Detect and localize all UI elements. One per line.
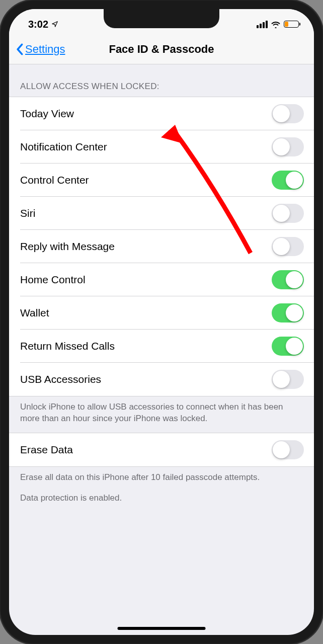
device-notch xyxy=(104,9,219,28)
settings-content[interactable]: ALLOW ACCESS WHEN LOCKED: Today View Not… xyxy=(9,64,314,635)
toggle-control-center[interactable] xyxy=(272,171,304,190)
allow-access-list: Today View Notification Center Control C… xyxy=(9,97,314,396)
row-home-control: Home Control xyxy=(9,263,314,296)
section-header-allow-access: ALLOW ACCESS WHEN LOCKED: xyxy=(9,64,314,97)
row-label: Today View xyxy=(20,108,74,120)
row-reply-with-message: Reply with Message xyxy=(9,230,314,263)
row-siri: Siri xyxy=(9,197,314,230)
chevron-left-icon xyxy=(16,43,24,55)
back-label: Settings xyxy=(25,43,65,56)
row-return-missed-calls: Return Missed Calls xyxy=(9,330,314,363)
toggle-return-missed-calls[interactable] xyxy=(272,337,304,356)
row-label: Reply with Message xyxy=(20,240,115,253)
row-wallet: Wallet xyxy=(9,296,314,330)
location-icon xyxy=(51,19,58,30)
page-title: Face ID & Passcode xyxy=(109,43,214,56)
row-label: Siri xyxy=(20,207,35,219)
battery-icon xyxy=(284,21,299,28)
cellular-signal-icon xyxy=(257,21,268,28)
home-indicator[interactable] xyxy=(118,627,206,630)
row-today-view: Today View xyxy=(9,97,314,130)
row-label: Control Center xyxy=(20,174,89,186)
row-label: USB Accessories xyxy=(20,373,101,385)
erase-data-list: Erase Data xyxy=(9,433,314,467)
toggle-notification-center[interactable] xyxy=(272,137,304,156)
toggle-siri[interactable] xyxy=(272,204,304,223)
toggle-wallet[interactable] xyxy=(272,303,304,323)
wifi-icon xyxy=(271,21,281,28)
row-label: Return Missed Calls xyxy=(20,340,115,352)
section-footer-erase: Erase all data on this iPhone after 10 f… xyxy=(9,467,314,512)
toggle-today-view[interactable] xyxy=(272,104,304,123)
row-erase-data: Erase Data xyxy=(9,433,314,466)
section-footer-usb: Unlock iPhone to allow USB accessories t… xyxy=(9,396,314,433)
row-notification-center: Notification Center xyxy=(9,130,314,164)
toggle-reply-with-message[interactable] xyxy=(272,237,304,256)
row-label: Wallet xyxy=(20,307,49,319)
device-frame: 3:02 xyxy=(0,0,323,644)
toggle-home-control[interactable] xyxy=(272,270,304,289)
toggle-erase-data[interactable] xyxy=(272,440,304,459)
back-button[interactable]: Settings xyxy=(16,43,65,56)
status-time: 3:02 xyxy=(28,19,48,30)
row-usb-accessories: USB Accessories xyxy=(9,363,314,396)
row-label: Home Control xyxy=(20,274,86,286)
row-control-center: Control Center xyxy=(9,164,314,197)
navigation-bar: Settings Face ID & Passcode xyxy=(9,34,314,64)
row-label: Notification Center xyxy=(20,141,107,153)
toggle-usb-accessories[interactable] xyxy=(272,370,304,389)
row-label: Erase Data xyxy=(20,444,73,456)
